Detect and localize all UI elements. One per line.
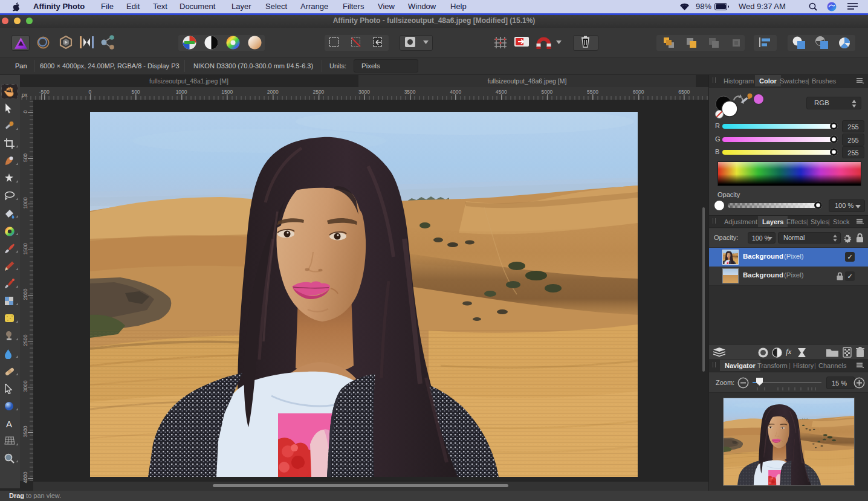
svg-text:A: A — [6, 419, 12, 428]
